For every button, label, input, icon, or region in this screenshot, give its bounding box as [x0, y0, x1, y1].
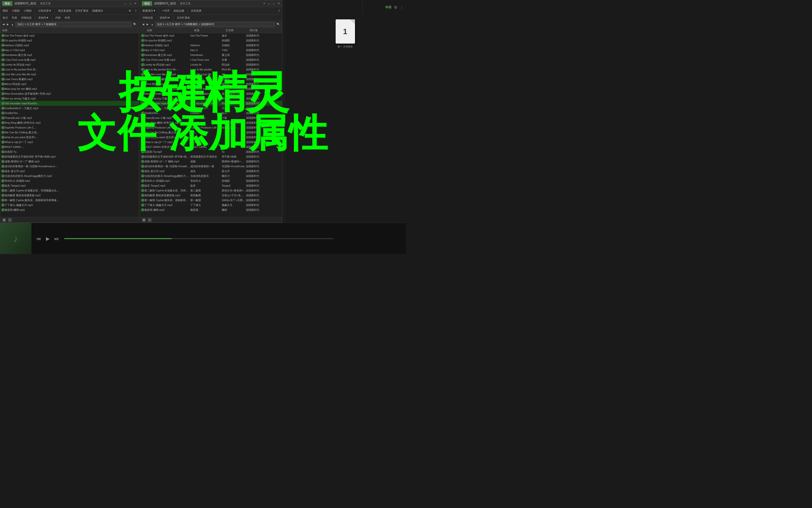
- right-file-item[interactable]: ♪ 第二象限 Cypher全场最从容，导师频频点头... 第二象限 那份沃夫+唐…: [140, 188, 282, 193]
- right-file-item[interactable]: ♪ 成名-姜云升.mp3 成名 姜云升 说唱新时代: [140, 169, 282, 173]
- left-file-item[interactable]: ♪ Mom pray for me-懒情.mp3: [0, 86, 139, 91]
- left-tb-checkbox[interactable]: 项目复选框: [57, 8, 73, 13]
- right-minimize-button[interactable]: —: [267, 2, 271, 5]
- right-search-icon[interactable]: 🔍: [276, 23, 281, 26]
- left-file-item[interactable]: ♪ 等你长大-孙瑞阳.mp3: [0, 178, 139, 183]
- right-tb-detail[interactable]: 详细信息: [141, 15, 154, 20]
- right-file-item[interactable]: ♪ Ring Ring-懒情+邻奇沃夫.mp3 Ring Ring 懒情+邻奇沃…: [140, 120, 282, 125]
- right-file-item[interactable]: ♪ Love in My pocket-Rich Bri... Love in …: [140, 67, 282, 72]
- right-file-item[interactable]: ♪ We Can Be Chilling-夏之境... in B... 说唱新时…: [140, 130, 282, 135]
- left-addr-up[interactable]: ▲: [10, 23, 14, 26]
- right-file-item[interactable]: ♪ New Generation-选手破场秀+导师.mp3 New Genera…: [140, 91, 282, 96]
- right-file-item[interactable]: ♪ I Can Find Love-生番.mp3 I Can Find Love…: [140, 57, 282, 62]
- left-tb-groupby[interactable]: 分组依置▼: [37, 8, 53, 13]
- left-minimize-button[interactable]: —: [124, 2, 127, 5]
- left-file-item[interactable]: ♪ I Can Find Love-生番.mp3: [0, 57, 139, 62]
- right-file-item[interactable]: ♪ Old mountain road-RoseDog... Old mount…: [140, 101, 282, 106]
- left-file-item[interactable]: ♪ 成功的布鲁斯的一夜-马思唯+KnowKnow.m...: [0, 164, 139, 169]
- left-close-button[interactable]: ✕: [134, 2, 137, 5]
- left-file-item[interactable]: ♪ Hometown-夏之境.mp3: [0, 52, 139, 57]
- right-file-item[interactable]: ♪ 第四象限 整段表现遭质疑.mp3 第四象限 宝爸山+千贝+鱼籽+... 说唱…: [140, 193, 282, 198]
- right-file-item[interactable]: ♪ Hey U-Y2k2.mp3 Hey U Y2k2 说唱新时代: [140, 48, 282, 52]
- right-file-item[interactable]: ♪ 都是我-懒情.mp3 都是我 懒情 说唱新时代: [140, 207, 282, 212]
- right-addr-back[interactable]: ◀: [141, 23, 145, 26]
- left-file-item[interactable]: ♪ Superfly Producer Life-C...: [0, 125, 139, 130]
- left-file-item[interactable]: ♪ 丁丁猫儿-施鑫文月.mp3: [0, 203, 139, 207]
- right-file-item[interactable]: ♪ Superfly Producer Life-C-Lo... Superfl…: [140, 125, 282, 130]
- right-file-item[interactable]: ♪ WOLF GANG-邻奇沃夫... WOLF GANG GANG 说唱新时代: [140, 144, 282, 149]
- left-tb-layout[interactable]: 布局: [63, 15, 71, 20]
- right-file-item[interactable]: ♪ 成功的布鲁斯的一夜-马思唯+KnowKnow... 成功的布鲁斯的一夜 马思…: [140, 164, 282, 169]
- left-tb-bigicon[interactable]: 大图标: [10, 8, 21, 13]
- left-addr-back[interactable]: ◀: [2, 23, 5, 26]
- right-file-item[interactable]: ♪ Mirror-阿达娃.mp3 Mirror 阿达娃 说唱新时代: [140, 82, 282, 86]
- right-file-item[interactable]: ♪ 凶造型-Ty.mp3 Ty 说唱新时代: [140, 149, 282, 154]
- right-play-button[interactable]: 播放: [142, 1, 152, 6]
- right-addr-up[interactable]: ▲: [150, 23, 154, 26]
- left-tb-help[interactable]: ?: [134, 9, 138, 13]
- right-file-item[interactable]: ♪ Harbour-石鲲彤.mp3 Harbour 石鲲彤 说唱新时代: [140, 43, 282, 48]
- right-file-item[interactable]: ♪ Lonely lie-阿达娃.mp3 Lonely lie 阿达娃 说唱新时…: [140, 62, 282, 67]
- left-file-item[interactable]: ♪ 故意-TangoZ.mp3: [0, 183, 139, 188]
- left-file-item[interactable]: ♪ Peace&Love-小鲨.mp3: [0, 116, 139, 120]
- right-file-item[interactable]: ♪ 当他消失的那天-RoseDoggy螺丝刀.mp3 当他消失的那天 螺丝刀 说…: [140, 173, 282, 178]
- left-file-item[interactable]: ♪ Get The Power-迪木.mp3: [0, 33, 139, 38]
- right-file-item[interactable]: ♪ OneBoiTen... OneBoi... &Lo... 说唱新时代: [140, 111, 282, 116]
- right-status-icon1[interactable]: ▦: [142, 218, 146, 222]
- right-tb-new[interactable]: 新建项目▼: [141, 8, 157, 13]
- left-file-item[interactable]: ♪ Ring Ring-懒情+邻奇沃夫.mp3: [0, 120, 139, 125]
- left-file-item[interactable]: ♪ 成都-斯维特 沙一丁 懒情.mp3: [0, 159, 139, 164]
- left-maximize-button[interactable]: □: [129, 2, 132, 5]
- left-tb-smallicon[interactable]: 小图标: [22, 8, 33, 13]
- left-file-item[interactable]: ♪ 成名-姜云升.mp3: [0, 169, 139, 173]
- left-tb-hidden[interactable]: 隐藏项目: [91, 8, 104, 13]
- left-address-input[interactable]: [15, 22, 132, 27]
- right-file-item[interactable]: ♪ what do you want-昔近而+近... 说唱新时代: [140, 135, 282, 140]
- left-tb-content[interactable]: 内容: [54, 15, 62, 20]
- right-file-item[interactable]: ♪ 把我最爱的文字读给你听-李宇春+热狗.mp3 把我最爱的文字读给你 李宇春+…: [140, 154, 282, 159]
- right-maximize-button[interactable]: □: [272, 2, 276, 5]
- left-file-item[interactable]: ♪ Not my wrong-万鑫文.mp3: [0, 96, 139, 101]
- left-file-item[interactable]: ♪ Love Yours-斯威特.mp3: [0, 77, 139, 82]
- right-file-item[interactable]: ♪ 丁丁猫儿-施鑫文月.mp3 丁丁猫儿 施鑫文月 说唱新时代: [140, 203, 282, 207]
- left-file-item[interactable]: ♪ 都是我-懒情.mp3: [0, 207, 139, 212]
- left-addr-fwd[interactable]: ▶: [6, 23, 9, 26]
- left-file-item[interactable]: ♪ what do you want-昔近而+...: [0, 135, 139, 140]
- right-file-item[interactable]: ♪ 成都-斯维特 沙一丁 懒情.mp3 成都 斯维特+斯威特+沙一丁 说唱新时代: [140, 159, 282, 164]
- right-close-x-button[interactable]: ✕: [262, 2, 266, 5]
- progress-bar[interactable]: [64, 238, 334, 239]
- left-search-icon[interactable]: 🔍: [133, 23, 137, 26]
- left-file-item[interactable]: ♪ 第二象限 Cypher全场最从容，导师频频点头...: [0, 188, 139, 193]
- left-file-item[interactable]: ♪ 当他消失的那天-RoseDoggy螺丝刀.mp3: [0, 173, 139, 178]
- right-address-input[interactable]: [155, 22, 275, 27]
- left-file-item[interactable]: ♪ Love in My pocket-Rich Br...: [0, 67, 139, 72]
- left-file-item[interactable]: ♪ Mirror-阿达娃.mp3: [0, 82, 139, 86]
- left-file-item[interactable]: ♪ 第一象限 Cypher频失误，谁能获得导师青睐...: [0, 198, 139, 203]
- left-file-item[interactable]: ♪ Lonely lie-阿达娃.mp3: [0, 62, 139, 67]
- left-file-item[interactable]: ♪ Hey U-Y2k2.mp3: [0, 48, 139, 52]
- right-file-item[interactable]: ♪ Peace&Love-小鲨.mp3 Peace&Love 小鲨 说唱新时代: [140, 116, 282, 120]
- right-file-item[interactable]: ♪ 第一象限 Cypher频失误，谁能获得导师青... 第一象限 GM仙+吉丁+…: [140, 198, 282, 203]
- left-file-item[interactable]: ♪ New Generation-选手破场秀+导师.mp3: [0, 91, 139, 96]
- play-pause-button[interactable]: ▶: [46, 236, 50, 242]
- right-tb-cut[interactable]: ✂对开: [161, 8, 171, 13]
- left-file-item[interactable]: ♪ OneBoiHALO！-万鑫文.mp3: [0, 106, 139, 111]
- right-tb-rename[interactable]: 全部选择: [189, 8, 203, 13]
- left-status-icon2[interactable]: ≡: [8, 218, 12, 222]
- left-file-item[interactable]: ♪ 凶造型-Ty...: [0, 149, 139, 154]
- left-play-button[interactable]: 播放: [2, 1, 12, 6]
- right-file-item[interactable]: ♪ Not my wrong-万鑫文.mp3 Not my wrong 万鑫文 …: [140, 96, 282, 101]
- left-file-item[interactable]: ♪ Love Me Love Me-AK.mp3: [0, 72, 139, 77]
- left-file-item[interactable]: ♪ 第四象限 整段表现遭质疑.mp3: [0, 193, 139, 198]
- prev-button[interactable]: ⏮: [36, 236, 41, 242]
- left-tb-icon[interactable]: 图标: [1, 8, 9, 13]
- left-file-item[interactable]: ♪ Go psycho-孙瑞阳.mp3: [0, 38, 139, 43]
- left-file-item[interactable]: ♪ We Can Be Chilling-夏之境...: [0, 130, 139, 135]
- right-tb-addcol[interactable]: 添加列▼: [158, 15, 172, 20]
- left-file-item[interactable]: ♪ OneBoiTen...: [0, 111, 139, 116]
- right-file-item[interactable]: ♪ Go psycho-孙瑞阳.mp3 孙瑞阳 说唱新时代: [140, 38, 282, 43]
- left-file-item[interactable]: ♪ WOLF GANG-...: [0, 144, 139, 149]
- right-file-item[interactable]: ♪ Love Me Love Me-AK.mp3 Love Me Love Me…: [140, 72, 282, 77]
- right-tb-paste[interactable]: 粘贴边缘: [172, 8, 186, 13]
- right-file-item[interactable]: ♪ Love Yours-斯威特.mp3 Love Yours 斯威特 说唱新时…: [140, 77, 282, 82]
